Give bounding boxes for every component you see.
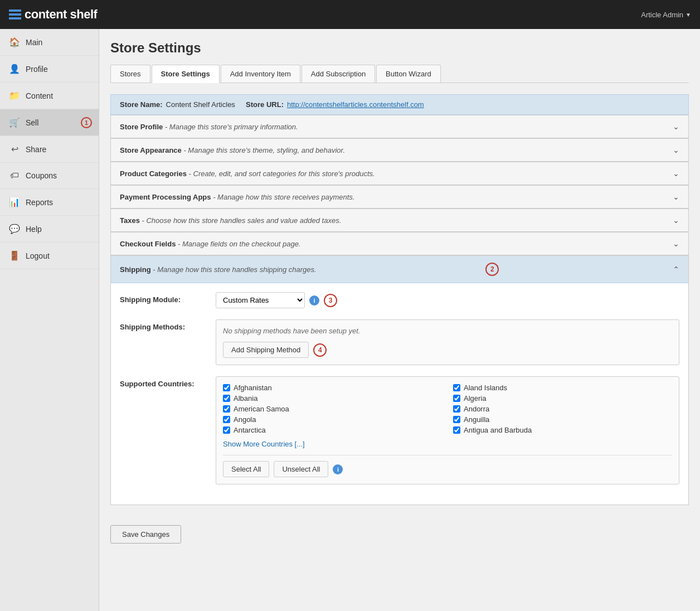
accordion-chevron-payment-processing: ⌄ <box>673 192 679 201</box>
shipping-badge-2: 2 <box>485 263 499 276</box>
sidebar: 🏠 Main 👤 Profile 📁 Content 🛒 Sell 1 ↩ Sh… <box>0 29 99 611</box>
sidebar-item-share[interactable]: ↩ Share <box>0 136 99 163</box>
country-checkbox[interactable] <box>223 405 230 413</box>
shipping-module-field: Custom RatesFree ShippingFlat RateWeight… <box>216 292 679 308</box>
sidebar-label-help: Help <box>26 225 42 234</box>
country-item: Anguilla <box>453 415 672 424</box>
accordion-shipping: Shipping - Manage how this store handles… <box>110 256 689 505</box>
shipping-methods-row: Shipping Methods: No shipping methods ha… <box>120 319 679 365</box>
country-item: Antarctica <box>223 426 442 434</box>
sidebar-label-coupons: Coupons <box>26 171 57 180</box>
logo[interactable]: content shelf <box>9 7 97 22</box>
country-checkbox[interactable] <box>453 405 460 413</box>
accordion-taxes: Taxes - Choose how this store handles sa… <box>110 209 689 232</box>
accordion-chevron-store-appearance: ⌄ <box>673 146 679 154</box>
select-all-button[interactable]: Select All <box>223 461 269 477</box>
save-changes-button[interactable]: Save Changes <box>110 525 181 544</box>
accordion-chevron-shipping: ⌄ <box>673 265 679 274</box>
country-item: Antigua and Barbuda <box>453 426 672 434</box>
countries-info-icon[interactable]: i <box>333 464 343 474</box>
accordion-title-store-profile: Store Profile - Manage this store's prim… <box>120 123 298 131</box>
help-icon: 💬 <box>9 224 20 234</box>
sidebar-item-content[interactable]: 📁 Content <box>0 83 99 109</box>
country-name: American Samoa <box>234 405 289 413</box>
tab-button-wizard[interactable]: Button Wizard <box>376 65 441 83</box>
store-name-label: Store Name: <box>120 100 163 109</box>
country-name: Andorra <box>464 405 489 413</box>
accordion-payment-processing: Payment Processing Apps - Manage how thi… <box>110 186 689 209</box>
share-icon: ↩ <box>9 144 20 154</box>
accordion-chevron-checkout-fields: ⌄ <box>673 239 679 248</box>
tab-stores[interactable]: Stores <box>110 65 150 83</box>
accordion-title-taxes: Taxes - Choose how this store handles sa… <box>120 216 341 225</box>
main-icon: 🏠 <box>9 37 20 47</box>
coupons-icon: 🏷 <box>9 171 20 181</box>
tab-store-settings[interactable]: Store Settings <box>152 65 220 83</box>
accordion-product-categories: Product Categories - Create, edit, and s… <box>110 162 689 186</box>
shipping-module-select[interactable]: Custom RatesFree ShippingFlat RateWeight… <box>216 292 305 308</box>
shipping-info-icon[interactable]: i <box>309 295 319 306</box>
country-checkbox[interactable] <box>223 426 230 434</box>
country-checkbox[interactable] <box>223 416 230 423</box>
country-name: Antarctica <box>234 426 266 434</box>
accordion-title-store-appearance: Store Appearance - Manage this store's t… <box>120 146 345 154</box>
logo-icon <box>9 9 21 20</box>
accordion-header-store-appearance[interactable]: Store Appearance - Manage this store's t… <box>111 139 688 162</box>
sidebar-label-sell: Sell <box>26 118 38 127</box>
country-checkbox[interactable] <box>453 426 460 434</box>
store-url-label: Store URL: <box>246 100 284 109</box>
page-title: Store Settings <box>110 40 689 56</box>
sidebar-item-coupons[interactable]: 🏷 Coupons <box>0 163 99 189</box>
tab-add-subscription[interactable]: Add Subscription <box>302 65 375 83</box>
accordion-checkout-fields: Checkout Fields - Manage fields on the c… <box>110 232 689 256</box>
country-checkbox[interactable] <box>223 384 230 391</box>
sidebar-item-reports[interactable]: 📊 Reports <box>0 189 99 216</box>
main-content: Store Settings StoresStore SettingsAdd I… <box>99 29 700 611</box>
shipping-badge-3: 3 <box>324 294 337 307</box>
logout-icon: 🚪 <box>9 250 20 261</box>
sidebar-item-help[interactable]: 💬 Help <box>0 216 99 243</box>
country-item: Afghanistan <box>223 384 442 392</box>
save-section: Save Changes <box>110 516 689 544</box>
unselect-all-button[interactable]: Unselect All <box>274 461 328 477</box>
show-more-countries-link[interactable]: Show More Countries [...] <box>223 440 305 448</box>
accordion-header-checkout-fields[interactable]: Checkout Fields - Manage fields on the c… <box>111 232 688 255</box>
country-item: Angola <box>223 415 442 424</box>
country-item: American Samoa <box>223 405 442 413</box>
accordion-header-shipping[interactable]: Shipping - Manage how this store handles… <box>111 256 688 283</box>
header-user-menu[interactable]: Article Admin ▼ <box>641 11 691 19</box>
store-info-bar: Store Name: Content Shelf Articles Store… <box>110 94 689 115</box>
sidebar-label-main: Main <box>26 38 42 47</box>
country-checkbox[interactable] <box>223 395 230 402</box>
header-user-label: Article Admin <box>641 11 683 19</box>
country-checkbox[interactable] <box>453 416 460 423</box>
country-checkbox[interactable] <box>453 384 460 391</box>
logo-text: content shelf <box>25 7 97 22</box>
country-checkbox[interactable] <box>453 395 460 402</box>
sidebar-item-main[interactable]: 🏠 Main <box>0 29 99 56</box>
sidebar-label-share: Share <box>26 145 46 154</box>
store-name-value: Content Shelf Articles <box>166 100 235 109</box>
sidebar-item-logout[interactable]: 🚪 Logout <box>0 243 99 269</box>
sidebar-label-reports: Reports <box>26 198 53 207</box>
sell-icon: 🛒 <box>9 117 20 128</box>
store-url-link[interactable]: http://contentshelfarticles.contentshelf… <box>287 100 424 109</box>
sidebar-label-content: Content <box>26 91 53 100</box>
accordion-header-payment-processing[interactable]: Payment Processing Apps - Manage how thi… <box>111 186 688 208</box>
accordion-store-appearance: Store Appearance - Manage this store's t… <box>110 139 689 162</box>
accordion-chevron-taxes: ⌄ <box>673 216 679 225</box>
accordion-header-store-profile[interactable]: Store Profile - Manage this store's prim… <box>111 115 688 138</box>
add-shipping-method-button[interactable]: Add Shipping Method <box>223 342 309 358</box>
accordion-chevron-store-profile: ⌄ <box>673 122 679 131</box>
accordion-header-product-categories[interactable]: Product Categories - Create, edit, and s… <box>111 162 688 185</box>
countries-actions: Select All Unselect All i <box>223 455 672 477</box>
sidebar-item-profile[interactable]: 👤 Profile <box>0 56 99 83</box>
layout: 🏠 Main 👤 Profile 📁 Content 🛒 Sell 1 ↩ Sh… <box>0 29 700 611</box>
tab-add-inventory[interactable]: Add Inventory Item <box>221 65 300 83</box>
country-name: Afghanistan <box>234 384 272 392</box>
accordion-title-checkout-fields: Checkout Fields - Manage fields on the c… <box>120 240 300 248</box>
countries-grid: Afghanistan Aland Islands Albania Algeri… <box>223 384 672 434</box>
accordion-container: Store Profile - Manage this store's prim… <box>110 115 689 505</box>
accordion-header-taxes[interactable]: Taxes - Choose how this store handles sa… <box>111 209 688 232</box>
sidebar-item-sell[interactable]: 🛒 Sell 1 <box>0 109 99 136</box>
